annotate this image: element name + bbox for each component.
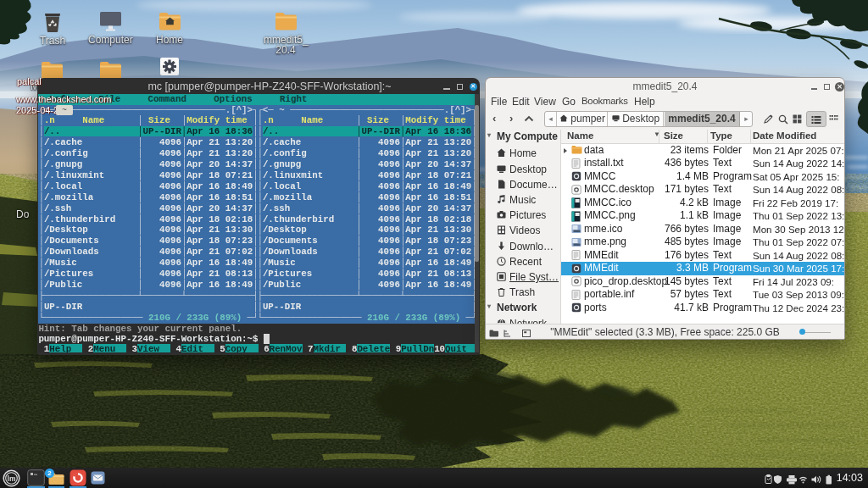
svg-text:lm: lm (8, 474, 16, 482)
